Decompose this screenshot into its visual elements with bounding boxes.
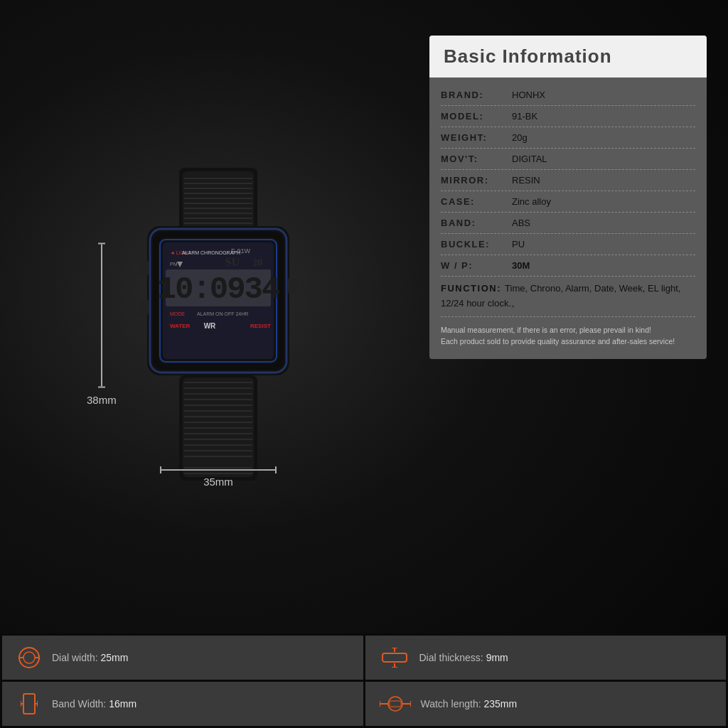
svg-rect-59 bbox=[382, 653, 407, 662]
brand-key: BRAND: bbox=[441, 90, 512, 100]
info-row-case: CASE: Zinc alloy bbox=[441, 191, 695, 213]
band-width-label: Band Width: bbox=[52, 698, 109, 710]
watch-length-icon bbox=[380, 694, 411, 714]
watch-image: F-91W ◄ LIGHT ALARM CHRONOGRAPH PM SU 20… bbox=[126, 168, 311, 481]
wp-value: 30M bbox=[512, 260, 695, 271]
band-width-icon bbox=[16, 691, 42, 717]
spec-watch-length: Watch length: 235mm bbox=[365, 682, 727, 726]
info-header: Basic Information bbox=[429, 36, 707, 77]
main-content: 38mm bbox=[0, 0, 728, 728]
buckle-key: BUCKLE: bbox=[441, 239, 512, 250]
dial-thickness-icon bbox=[380, 648, 410, 668]
movt-value: DIGITAL bbox=[512, 154, 695, 164]
dial-thickness-value: 9mm bbox=[486, 652, 508, 663]
movt-key: MOV'T: bbox=[441, 154, 512, 164]
info-title: Basic Information bbox=[444, 46, 692, 68]
note-line2: Each product sold to provide quality ass… bbox=[441, 336, 695, 348]
spec-dial-thickness: Dial thickness: 9mm bbox=[365, 636, 727, 680]
wp-key: W / P: bbox=[441, 260, 512, 271]
dial-thickness-text: Dial thickness: 9mm bbox=[419, 652, 508, 663]
watch-area: 38mm bbox=[21, 28, 415, 619]
svg-text:MODE: MODE bbox=[170, 311, 185, 316]
info-row-function: FUNCTION: Time, Chrono, Alarm, Date, Wee… bbox=[441, 277, 695, 317]
watch-length-text: Watch length: 235mm bbox=[421, 698, 518, 710]
info-row-buckle: BUCKLE: PU bbox=[441, 234, 695, 255]
svg-text:20: 20 bbox=[252, 257, 262, 268]
case-value: Zinc alloy bbox=[512, 196, 695, 207]
mirror-value: RESIN bbox=[512, 175, 695, 186]
buckle-value: PU bbox=[512, 239, 695, 250]
info-row-brand: BRAND: HONHX bbox=[441, 85, 695, 106]
svg-point-69 bbox=[388, 697, 402, 711]
svg-text:10:0934: 10:0934 bbox=[158, 272, 280, 307]
note-line1: Manual measurement, if there is an error… bbox=[441, 324, 695, 336]
dial-width-label: Dial width: bbox=[52, 652, 100, 663]
svg-text:WATER: WATER bbox=[170, 323, 191, 329]
svg-rect-17 bbox=[288, 278, 298, 294]
svg-rect-1 bbox=[183, 171, 254, 230]
model-key: MODEL: bbox=[441, 111, 512, 122]
spec-dial-width: Dial width: 25mm bbox=[2, 636, 363, 680]
function-key: FUNCTION: bbox=[441, 283, 505, 294]
svg-text:ALARM  ON·OFF  24HR: ALARM ON·OFF 24HR bbox=[197, 311, 248, 316]
svg-rect-70 bbox=[390, 701, 401, 707]
function-content: FUNCTION: Time, Chrono, Alarm, Date, Wee… bbox=[441, 282, 695, 311]
info-row-model: MODEL: 91-BK bbox=[441, 106, 695, 127]
info-row-wp: W / P: 30M bbox=[441, 255, 695, 277]
watch-container: 38mm bbox=[126, 168, 311, 481]
info-card: Basic Information BRAND: HONHX MODEL: 91… bbox=[429, 36, 707, 359]
weight-key: WEIGHT: bbox=[441, 132, 512, 143]
band-value: ABS bbox=[512, 218, 695, 228]
dial-thickness-label: Dial thickness: bbox=[419, 652, 486, 663]
band-width-value: 16mm bbox=[109, 698, 136, 710]
info-row-mirror: MIRROR: RESIN bbox=[441, 170, 695, 191]
weight-value: 20g bbox=[512, 132, 695, 143]
svg-text:RESIST: RESIST bbox=[250, 323, 271, 329]
dial-width-icon bbox=[16, 645, 42, 670]
brand-value: HONHX bbox=[512, 90, 695, 100]
svg-text:WR: WR bbox=[204, 322, 216, 330]
svg-text:PM: PM bbox=[170, 262, 178, 267]
watch-length-label: Watch length: bbox=[421, 698, 484, 710]
info-row-weight: WEIGHT: 20g bbox=[441, 127, 695, 149]
info-note: Manual measurement, if there is an error… bbox=[441, 317, 695, 351]
bottom-bar: Dial width: 25mm Dial thickness: 9mm bbox=[0, 633, 728, 728]
info-row-band: BAND: ABS bbox=[441, 213, 695, 234]
band-key: BAND: bbox=[441, 218, 512, 228]
dial-width-text: Dial width: 25mm bbox=[52, 652, 128, 663]
top-section: 38mm bbox=[0, 0, 728, 633]
svg-point-54 bbox=[23, 652, 35, 663]
info-body: BRAND: HONHX MODEL: 91-BK WEIGHT: 20g MO… bbox=[429, 77, 707, 359]
dial-width-value: 25mm bbox=[100, 652, 128, 663]
svg-text:SU: SU bbox=[225, 256, 240, 268]
svg-text:ALARM CHRONOGRAPH: ALARM CHRONOGRAPH bbox=[182, 250, 240, 255]
band-width-text: Band Width: 16mm bbox=[52, 698, 136, 710]
dim-width-label: 35mm bbox=[203, 476, 233, 488]
svg-rect-64 bbox=[23, 694, 35, 714]
case-key: CASE: bbox=[441, 196, 512, 207]
svg-rect-16 bbox=[139, 299, 149, 315]
info-row-movt: MOV'T: DIGITAL bbox=[441, 149, 695, 170]
spec-band-width: Band Width: 16mm bbox=[2, 682, 363, 726]
mirror-key: MIRROR: bbox=[441, 175, 512, 186]
dim-height-label: 38mm bbox=[87, 393, 117, 405]
watch-length-value: 235mm bbox=[483, 698, 517, 710]
svg-rect-15 bbox=[139, 260, 149, 276]
model-value: 91-BK bbox=[512, 111, 695, 122]
